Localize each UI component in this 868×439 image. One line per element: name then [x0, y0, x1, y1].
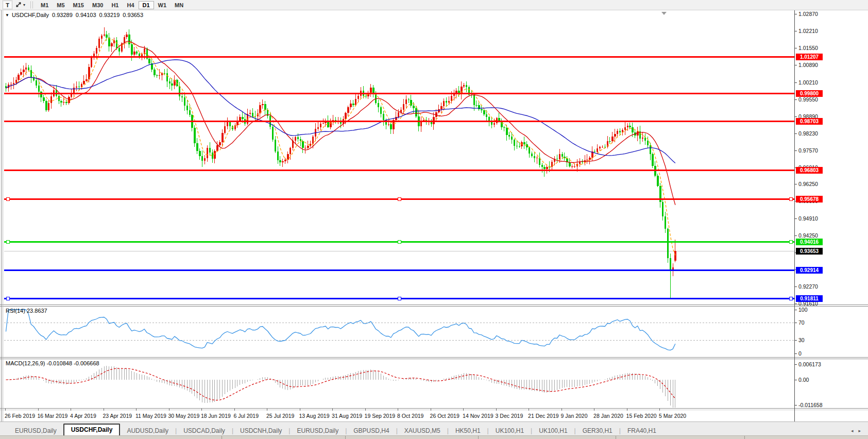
tab-UK100,H1[interactable]: UK100,H1	[532, 426, 574, 436]
candle-body	[496, 118, 498, 123]
price-tick-label: 0.94250	[798, 232, 818, 239]
tab-USDCNH,Daily[interactable]: USDCNH,Daily	[233, 426, 288, 436]
price-level-badge[interactable]: 0.95678	[796, 196, 823, 202]
hline-handle[interactable]	[789, 198, 792, 201]
tab-USDCAD,Daily[interactable]: USDCAD,Daily	[177, 426, 232, 436]
price-level-badge[interactable]: 1.01207	[796, 54, 823, 60]
tab-GBPUSD,H4[interactable]: GBPUSD,H4	[347, 426, 396, 436]
timeframe-button-W1[interactable]: W1	[154, 1, 171, 9]
candle-body	[154, 70, 155, 75]
candle-body	[602, 147, 603, 147]
candle-body	[83, 81, 84, 84]
candle-body	[25, 67, 27, 70]
candle-body	[209, 148, 211, 153]
hline-handle[interactable]	[398, 240, 401, 243]
candle-body	[126, 35, 127, 38]
tab-FRA40,H1[interactable]: FRA40,H1	[621, 426, 663, 436]
candle-body	[642, 138, 643, 138]
tab-HK50,H1[interactable]: HK50,H1	[449, 426, 487, 436]
candle-body	[599, 147, 601, 148]
price-level-badge[interactable]: 0.96803	[796, 167, 823, 174]
status-strip-separator	[222, 436, 222, 439]
tab-UK100,H1[interactable]: UK100,H1	[489, 426, 531, 436]
date-label: 31 Aug 2019	[332, 413, 362, 419]
candle-body	[541, 165, 543, 167]
price-level-badge[interactable]: 0.91811	[796, 295, 823, 302]
price-level-badge[interactable]: 0.98703	[796, 118, 823, 125]
candle-body	[275, 140, 276, 151]
candle-body	[488, 117, 490, 121]
date-label: 9 Jan 2020	[561, 413, 588, 419]
tab-list: EURUSD,DailyUSDCHF,DailyAUDUSD,Daily|USD…	[8, 424, 663, 436]
candle-body	[657, 176, 658, 186]
chart-shift-marker[interactable]	[661, 12, 667, 15]
candle-body	[133, 52, 135, 55]
candle-body	[111, 43, 112, 46]
tab-EURUSD,Daily[interactable]: EURUSD,Daily	[8, 426, 63, 436]
tab-active-USDCHF,Daily[interactable]: USDCHF,Daily	[63, 424, 121, 436]
candle-body	[594, 151, 595, 152]
hline-handle[interactable]	[398, 297, 401, 300]
candle-body	[413, 106, 414, 109]
price-tick-label: 1.00890	[798, 62, 818, 68]
date-label: 28 Jan 2020	[593, 413, 623, 419]
status-strip	[0, 435, 868, 439]
candle-body	[611, 137, 613, 141]
candle-body	[652, 154, 653, 165]
candle-body	[475, 105, 477, 106]
candle-body	[33, 78, 35, 80]
timeframe-button-MN[interactable]: MN	[171, 1, 188, 9]
tab-AUDUSD,Daily[interactable]: AUDUSD,Daily	[120, 426, 175, 436]
price-tick-label: 0.94910	[798, 215, 818, 222]
candle-body	[627, 126, 628, 127]
price-tick-label: 1.00210	[798, 79, 818, 86]
tab-XAUUSD,M5[interactable]: XAUUSD,M5	[398, 426, 447, 436]
hline-handle[interactable]	[789, 297, 792, 300]
timeframe-button-H1[interactable]: H1	[107, 1, 123, 9]
hline-handle[interactable]	[398, 198, 401, 201]
price-level-badge[interactable]: 0.92914	[796, 267, 823, 274]
candle-body	[10, 84, 12, 85]
collapse-icon[interactable]: ▼	[5, 13, 9, 18]
candle-body	[141, 54, 143, 56]
candle-body	[136, 52, 138, 54]
candle-body	[242, 117, 243, 119]
candle-body	[604, 147, 606, 147]
hline-handle[interactable]	[789, 240, 792, 243]
candle-body	[453, 94, 455, 96]
timeframe-button-M1[interactable]: M1	[37, 1, 53, 9]
candle-body	[365, 96, 367, 96]
date-label: 4 Apr 2019	[70, 413, 96, 419]
candle-body	[304, 148, 306, 148]
tab-scroll-controls: ◂ ▸	[851, 426, 861, 436]
date-label: 3 Dec 2019	[496, 413, 523, 419]
timeframe-button-D1[interactable]: D1	[139, 1, 154, 9]
hline-handle[interactable]	[6, 198, 9, 201]
macd-tick-label: -0.011658	[798, 402, 823, 408]
arrange-tool-button[interactable]: ▾	[15, 1, 25, 9]
candle-body	[277, 151, 279, 160]
tab-EURUSD,Daily[interactable]: EURUSD,Daily	[290, 426, 345, 436]
candle-body	[222, 133, 223, 143]
tab-scroll-right-icon[interactable]: ▸	[858, 426, 861, 436]
rsi-line	[6, 310, 675, 350]
timeframe-button-M30[interactable]: M30	[88, 1, 107, 9]
candle-body	[609, 141, 610, 142]
timeframe-button-M15[interactable]: M15	[69, 1, 88, 9]
hline-handle[interactable]	[6, 240, 9, 243]
text-tool-button[interactable]: T	[3, 1, 12, 9]
timeframe-button-H4[interactable]: H4	[123, 1, 138, 9]
candle-body	[586, 160, 588, 160]
price-level-badge[interactable]: 0.99800	[796, 90, 823, 97]
tab-GER30,H1[interactable]: GER30,H1	[576, 426, 619, 436]
price-level-badge[interactable]: 0.94016	[796, 239, 823, 245]
toolbar-grip[interactable]	[30, 2, 33, 8]
candle-body	[63, 102, 64, 103]
candle-body	[388, 124, 389, 125]
candle-body	[493, 123, 495, 124]
timeframe-button-M5[interactable]: M5	[53, 1, 69, 9]
hline-handle[interactable]	[6, 297, 9, 300]
candle-body	[224, 126, 226, 132]
candle-body	[216, 145, 218, 151]
tab-scroll-left-icon[interactable]: ◂	[851, 426, 854, 436]
